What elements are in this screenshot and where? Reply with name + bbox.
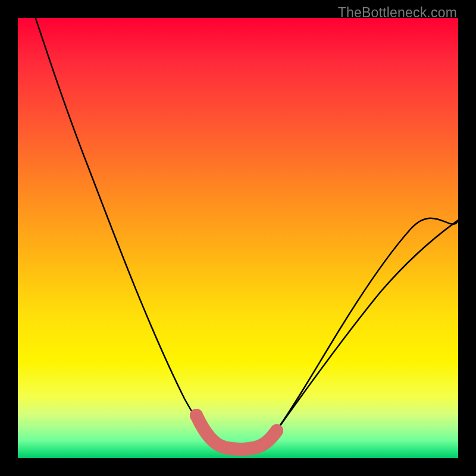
optimal-zone-end-dot [270, 424, 283, 437]
optimal-zone-path [196, 415, 277, 449]
plot-area [18, 18, 458, 458]
chart-frame: TheBottleneck.com [0, 0, 476, 476]
optimal-zone-start-dot [190, 409, 203, 422]
bottleneck-curve-svg [18, 18, 458, 458]
bottleneck-curve-path [36, 18, 458, 449]
bottleneck-curve-right [274, 220, 458, 434]
